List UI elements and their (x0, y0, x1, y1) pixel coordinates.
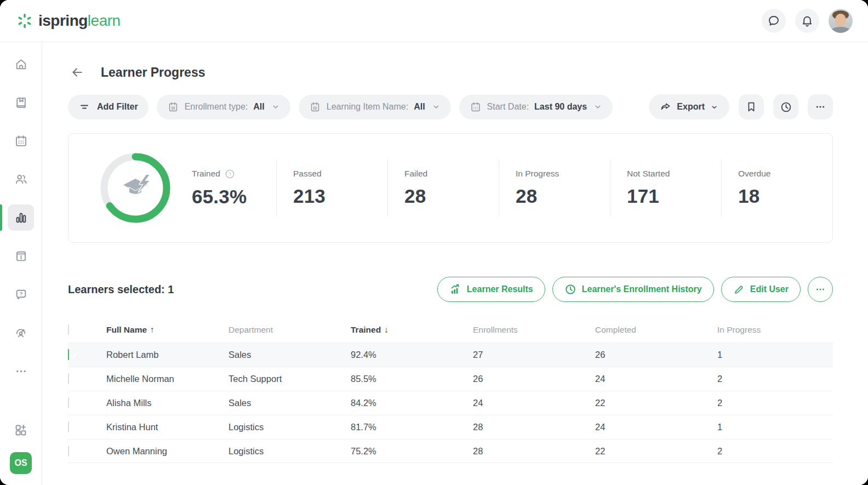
back-button[interactable] (68, 63, 87, 82)
learners-selected-label: Learners selected: (68, 283, 165, 295)
arrow-left-icon (70, 65, 84, 79)
workspace-badge[interactable]: OS (10, 452, 32, 474)
stat-not-started: Not Started 171 (610, 159, 721, 216)
stat-trained: Trained ? 65.3% (172, 159, 276, 216)
toolbar-more-button[interactable] (808, 94, 833, 119)
history-clock-icon (564, 283, 576, 295)
cell-completed: 22 (595, 446, 717, 457)
cell-department: Sales (229, 398, 351, 408)
row-checkbox[interactable] (68, 349, 69, 360)
cell-full-name: Kristina Hunt (106, 422, 229, 432)
stat-label-row: Trained ? (192, 169, 276, 179)
table-row[interactable]: Alisha Mills Sales 84.2% 24 22 2 (68, 391, 833, 415)
filter-start-date[interactable]: Start Date: Last 90 days (459, 95, 613, 119)
cell-full-name: Alisha Mills (106, 398, 229, 408)
user-avatar[interactable] (829, 9, 853, 33)
graduation-cap-bolt-icon (123, 175, 150, 194)
brand-name-secondary: learn (88, 12, 121, 29)
cell-full-name: Owen Manning (106, 446, 229, 457)
cell-trained: 85.5% (351, 374, 473, 384)
svg-text:?: ? (19, 290, 22, 296)
more-dots-icon (815, 284, 826, 295)
sidebar-item-home[interactable] (8, 51, 34, 77)
cell-department: Tech Support (229, 374, 351, 384)
sidebar-bottom: OS (8, 417, 34, 474)
sidebar-item-faq[interactable]: ? (8, 281, 34, 307)
stat-label: In Progress (516, 169, 610, 179)
home-icon (14, 58, 28, 71)
column-department[interactable]: Department (229, 325, 351, 335)
stat-label: Trained (192, 169, 220, 179)
enrollment-history-button[interactable]: Learner's Enrollment History (552, 277, 714, 302)
learners-selected-text: Learners selected: 1 (68, 283, 174, 296)
actions-more-button[interactable] (808, 277, 833, 302)
sidebar-item-courses[interactable] (8, 89, 34, 116)
stat-passed: Passed 213 (276, 159, 387, 216)
cell-completed: 26 (595, 350, 717, 360)
add-filter-button[interactable]: Add Filter (68, 95, 149, 119)
row-checkbox[interactable] (68, 397, 69, 408)
sidebar-item-more[interactable] (8, 358, 34, 384)
cell-completed: 24 (595, 374, 717, 384)
stat-in-progress: In Progress 28 (499, 159, 610, 216)
svg-text:?: ? (229, 171, 231, 176)
bell-icon (801, 14, 814, 27)
users-icon (14, 173, 28, 186)
export-button[interactable]: Export (649, 94, 729, 119)
cell-enrollments: 28 (473, 446, 595, 457)
table-header-row: Full Name↑ Department Trained↓ Enrollmen… (68, 317, 833, 343)
sidebar-item-calendar[interactable] (8, 128, 34, 154)
chevron-down-icon (271, 102, 280, 111)
filter-enrollment-type[interactable]: Enrollment type: All (157, 95, 290, 119)
cell-department: Logistics (229, 446, 351, 457)
chevron-down-icon (432, 102, 441, 111)
add-filter-label: Add Filter (97, 102, 138, 112)
cell-enrollments: 26 (473, 374, 595, 384)
more-dots-icon (814, 101, 826, 113)
row-checkbox[interactable] (68, 373, 69, 384)
column-in-progress[interactable]: In Progress (717, 325, 833, 335)
schedule-button[interactable] (773, 94, 798, 119)
learners-selected-count: 1 (168, 283, 174, 295)
bar-chart-icon (14, 211, 28, 225)
sidebar-item-users[interactable] (8, 166, 34, 192)
learner-results-button[interactable]: Learner Results (437, 277, 545, 302)
clipboard-icon (309, 101, 321, 113)
column-full-name[interactable]: Full Name↑ (106, 325, 229, 335)
learner-results-label: Learner Results (467, 284, 533, 294)
select-all-checkbox[interactable] (68, 324, 69, 335)
support-gauge-person-icon (14, 326, 28, 340)
row-checkbox[interactable] (68, 446, 69, 457)
sidebar-item-info[interactable] (8, 243, 34, 269)
edit-user-button[interactable]: Edit User (721, 277, 801, 302)
selection-action-buttons: Learner Results Learner's Enrollment His… (437, 277, 833, 302)
row-checkbox[interactable] (68, 421, 69, 432)
column-enrollments[interactable]: Enrollments (473, 325, 595, 335)
cell-in-progress: 2 (717, 446, 833, 457)
stat-label: Failed (404, 169, 499, 179)
table-row[interactable]: Robert Lamb Sales 92.4% 27 26 1 (68, 343, 833, 367)
brand-name-primary: ispring (38, 12, 88, 29)
stat-label: Overdue (738, 169, 832, 179)
chat-button[interactable] (762, 9, 786, 33)
trained-donut-chart (99, 151, 172, 225)
table-row[interactable]: Kristina Hunt Logistics 81.7% 28 24 1 (68, 415, 833, 439)
notifications-button[interactable] (795, 9, 819, 33)
cell-completed: 24 (595, 422, 717, 432)
bookmark-button[interactable] (739, 94, 764, 119)
cell-completed: 22 (595, 398, 717, 408)
table-row[interactable]: Michelle Norman Tech Support 85.5% 26 24… (68, 367, 833, 391)
filter-learning-item-name[interactable]: Learning Item Name: All (299, 95, 451, 119)
clipboard-icon (167, 101, 179, 113)
sidebar-item-reports[interactable] (8, 204, 34, 231)
table-row[interactable]: Owen Manning Logistics 75.2% 28 22 2 (68, 439, 833, 463)
export-icon (660, 101, 671, 113)
column-completed[interactable]: Completed (595, 325, 717, 335)
cell-trained: 92.4% (351, 350, 473, 360)
sidebar-item-support[interactable] (8, 319, 34, 346)
column-trained[interactable]: Trained↓ (351, 325, 473, 335)
help-icon[interactable]: ? (225, 169, 235, 179)
cell-full-name: Michelle Norman (106, 374, 229, 384)
sidebar-item-apps[interactable] (8, 417, 34, 443)
stat-value: 28 (516, 185, 610, 207)
